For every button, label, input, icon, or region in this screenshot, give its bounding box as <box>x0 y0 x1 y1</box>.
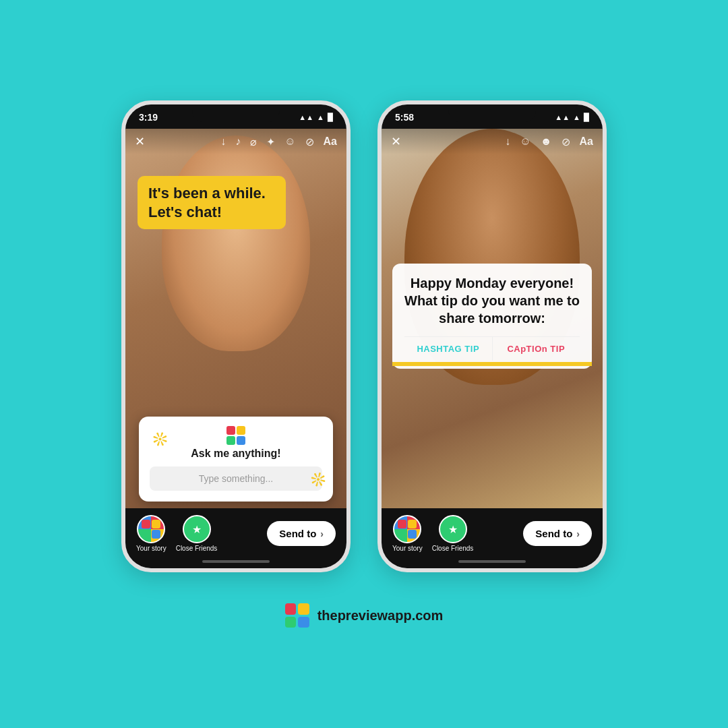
phone1-toolbar-icons: ↓ ♪ ⌀ ✦ ☺ ⊘ Aa <box>220 135 337 148</box>
phone2-side-button-left-mid <box>377 222 380 263</box>
brand-footer: thepreviewapp.com <box>285 603 444 628</box>
phone2-home-bar <box>458 560 526 563</box>
phone1-music-icon[interactable]: ♪ <box>235 135 241 148</box>
phone2-side-button-right <box>605 192 607 233</box>
phone2-bottom-logo-green <box>398 530 406 539</box>
phone1-your-story-option[interactable]: Your story <box>136 515 166 552</box>
phone2-send-chevron: › <box>576 528 580 539</box>
phone2-story-toolbar: ✕ ↓ ☺ ☻ ⊘ Aa <box>382 129 603 154</box>
brand-cell-blue <box>298 617 309 628</box>
phone2-face2-icon[interactable]: ☻ <box>541 135 552 148</box>
phone2-notch <box>448 104 536 122</box>
phone2-timer-icon[interactable]: ☺ <box>520 135 530 148</box>
phone2-options-row: HASHTAG TIP CApTIOn TIP <box>404 336 580 361</box>
brand-cell-red <box>285 603 297 615</box>
phone1-send-chevron: › <box>320 528 324 539</box>
phone1-signal-icon: ▲▲ <box>299 113 313 121</box>
phone2-bottom-logo-blue <box>408 530 417 539</box>
bottom-logo-yellow <box>152 520 160 528</box>
phone1-home-indicator <box>125 556 346 568</box>
phone1-friends-label: Close Friends <box>176 545 218 552</box>
phone2-your-story-label: Your story <box>392 545 423 552</box>
phone1-status-icons: ▲▲ ▲ ▉ <box>299 113 333 122</box>
phone1-send-to-label: Send to <box>279 528 316 539</box>
phone-1: 3:19 ▲▲ ▲ ▉ ✕ ↓ ♪ ⌀ ✦ ☺ ⊘ <box>121 100 351 572</box>
phone1-home-bar <box>202 560 270 563</box>
phone1-face <box>162 135 310 351</box>
phone1-battery-icon: ▉ <box>328 113 333 122</box>
phone2-side-button-left-top <box>377 185 380 212</box>
logo-cell-red <box>226 426 235 435</box>
phone1-your-story-label: Your story <box>136 545 166 552</box>
phone2-hashtag-option[interactable]: HASHTAG TIP <box>404 337 493 361</box>
phone1-story-content: ✕ ↓ ♪ ⌀ ✦ ☺ ⊘ Aa It's been a while. Let'… <box>125 129 346 508</box>
phone1-ask-input[interactable]: Type something... <box>150 466 322 491</box>
phones-container: 3:19 ▲▲ ▲ ▉ ✕ ↓ ♪ ⌀ ✦ ☺ ⊘ <box>121 100 607 572</box>
phone2-download-icon[interactable]: ↓ <box>505 135 510 148</box>
phone2-your-story-circle <box>393 515 421 543</box>
phone2-yellow-line <box>392 362 592 366</box>
phone1-ask-widget[interactable]: Ask me anything! Type something... <box>139 417 333 502</box>
phone1-side-button-left-low <box>121 272 123 312</box>
phone1-sticker-icon[interactable]: ✦ <box>266 135 275 148</box>
phone1-text-icon[interactable]: Aa <box>324 135 337 148</box>
phone1-side-button-left-top <box>121 185 123 212</box>
phone1-caption-text: It's been a while. Let's chat! <box>148 184 275 221</box>
phone1-friends-circle: ★ <box>183 515 211 543</box>
phone2-send-to-button[interactable]: Send to › <box>523 521 592 546</box>
phone2-mute-icon[interactable]: ⊘ <box>562 135 570 148</box>
phone2-bottom-bar: Your story ★ Close Friends Send to › <box>382 508 603 556</box>
phone2-your-story-option[interactable]: Your story <box>392 515 423 552</box>
phone2-friends-circle: ★ <box>439 515 467 543</box>
phone1-close-button[interactable]: ✕ <box>135 134 145 149</box>
logo-cell-blue <box>237 436 245 445</box>
brand-logo <box>285 603 309 628</box>
phone2-caption-text: Happy Monday everyone! What tip do you w… <box>404 274 580 327</box>
phone1-star-icon: ★ <box>192 523 202 536</box>
phone1-face-icon[interactable]: ☺ <box>284 135 295 148</box>
phone2-battery-icon: ▉ <box>584 113 589 122</box>
brand-cell-green <box>285 617 297 628</box>
phone2-signal-icon: ▲▲ <box>555 113 570 121</box>
phone1-your-story-circle <box>137 515 165 543</box>
phone1-side-button-left-mid <box>121 222 123 263</box>
bottom-logo-green <box>142 530 150 539</box>
bottom-logo-blue <box>152 530 160 539</box>
phone2-bottom-logo <box>398 520 417 539</box>
phone2-caption-option[interactable]: CApTIOn TIP <box>493 337 580 361</box>
phone1-caption-sticker: It's been a while. Let's chat! <box>138 176 286 229</box>
phone1-ask-title: Ask me anything! <box>150 448 322 460</box>
phone1-bottom-logo <box>142 520 160 539</box>
phone1-send-to-button[interactable]: Send to › <box>267 521 336 546</box>
phone1-notch <box>192 104 280 122</box>
phone2-home-indicator <box>382 556 603 568</box>
phone1-close-friends-option[interactable]: ★ Close Friends <box>176 515 218 552</box>
phone1-wifi-icon: ▲ <box>317 113 324 121</box>
brand-cell-yellow <box>298 603 309 615</box>
phone1-bottom-bar: Your story ★ Close Friends Send to › <box>125 508 346 556</box>
phone1-download-icon[interactable]: ↓ <box>220 135 226 148</box>
phone2-bottom-logo-yellow <box>408 520 417 528</box>
phone2-text-icon[interactable]: Aa <box>580 135 593 148</box>
phone1-side-button-right <box>348 192 351 233</box>
phone1-ask-widget-logo <box>150 426 322 445</box>
phone2-wifi-icon: ▲ <box>573 113 580 121</box>
phone2-bottom-logo-red <box>398 520 406 528</box>
phone2-close-button[interactable]: ✕ <box>391 134 401 149</box>
phone2-toolbar-icons: ↓ ☺ ☻ ⊘ Aa <box>505 135 593 148</box>
phone1-mute-icon[interactable]: ⊘ <box>305 135 314 148</box>
phone2-send-to-label: Send to <box>535 528 572 539</box>
phone1-link-icon[interactable]: ⌀ <box>250 135 257 148</box>
phone2-story-content: ✕ ↓ ☺ ☻ ⊘ Aa Happy Monday everyone! What… <box>382 129 603 508</box>
bottom-logo-red <box>142 520 150 528</box>
phone2-close-friends-option[interactable]: ★ Close Friends <box>432 515 474 552</box>
phone2-time: 5:58 <box>395 112 414 123</box>
phone2-friends-label: Close Friends <box>432 545 474 552</box>
phone1-preview-logo <box>226 426 245 445</box>
logo-cell-yellow <box>237 426 245 435</box>
phone2-status-icons: ▲▲ ▲ ▉ <box>555 113 589 122</box>
phone2-caption-box: Happy Monday everyone! What tip do you w… <box>392 264 592 369</box>
brand-url: thepreviewapp.com <box>317 608 444 624</box>
logo-cell-green <box>226 436 235 445</box>
phone2-side-button-left-low <box>377 272 380 312</box>
